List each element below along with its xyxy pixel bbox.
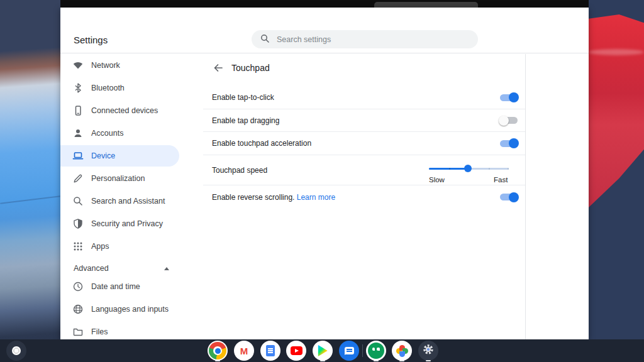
laptop-icon <box>72 150 84 162</box>
slider-tick <box>489 168 490 170</box>
sidebar-item-accounts[interactable]: Accounts <box>60 122 203 145</box>
shelf-app-docs[interactable] <box>260 341 280 361</box>
smartphone-icon <box>72 105 84 116</box>
messages-icon <box>345 347 354 354</box>
sidebar-item-languages-inputs[interactable]: Languages and inputs <box>60 298 203 321</box>
content-divider <box>525 54 526 339</box>
settings-rows: Enable tap-to-click Enable tap dragging … <box>203 86 525 209</box>
slider-knob[interactable] <box>464 165 472 172</box>
row-touchpad-acceleration: Enable touchpad acceleration <box>203 132 525 155</box>
folder-icon <box>72 326 84 337</box>
slider-fill <box>429 168 468 170</box>
bluetooth-icon <box>72 82 84 94</box>
search-icon <box>72 195 84 207</box>
chevron-up-icon <box>164 267 169 270</box>
sidebar-item-label: Connected devices <box>91 106 158 115</box>
sidebar-item-security-privacy[interactable]: Security and Privacy <box>60 212 203 235</box>
row-label: Enable touchpad acceleration <box>212 139 311 148</box>
slider-max-label: Fast <box>494 176 508 184</box>
touchpad-settings-panel: Touchpad Enable tap-to-click Enable tap … <box>203 54 525 339</box>
sidebar-item-label: Network <box>91 61 120 70</box>
sidebar-nav: Network Bluetooth Connected devices Acco… <box>60 54 203 339</box>
launcher-button[interactable] <box>6 341 26 361</box>
shelf-app-hangouts[interactable] <box>366 341 386 361</box>
running-indicator <box>374 360 379 362</box>
photos-icon <box>396 344 408 357</box>
docs-icon <box>266 345 275 356</box>
reverse-scrolling-label: Enable reverse scrolling. <box>212 193 294 202</box>
sidebar-item-label: Personalization <box>91 174 145 183</box>
running-indicator <box>399 360 404 362</box>
row-reverse-scrolling: Enable reverse scrolling. Learn more <box>203 185 525 209</box>
sidebar-item-label: Search and Assistant <box>91 197 165 206</box>
shelf-app-messages[interactable] <box>339 341 359 361</box>
chromeos-desktop: Settings Search settings Network Blu <box>0 0 644 362</box>
reverse-scrolling-toggle[interactable] <box>499 192 519 202</box>
sidebar-item-connected-devices[interactable]: Connected devices <box>60 99 203 122</box>
touchpad-speed-slider[interactable] <box>429 165 508 172</box>
wallpaper-red-sheen <box>589 49 644 55</box>
sidebar-item-network[interactable]: Network <box>60 54 203 77</box>
wallpaper-left <box>0 0 60 362</box>
sidebar-item-label: Languages and inputs <box>91 305 169 314</box>
row-tap-to-click: Enable tap-to-click <box>203 86 525 109</box>
shelf-app-gmail[interactable]: M <box>234 341 254 361</box>
search-input[interactable]: Search settings <box>252 30 478 48</box>
shelf-app-youtube[interactable] <box>286 341 306 361</box>
globe-icon <box>72 304 84 315</box>
person-icon <box>72 128 84 139</box>
clock-icon <box>72 281 84 292</box>
pen-icon <box>72 173 84 184</box>
tap-to-click-toggle[interactable] <box>499 92 519 102</box>
running-indicator <box>320 360 325 362</box>
wifi-icon <box>72 60 84 71</box>
screenshot-top-strip <box>60 0 589 8</box>
tap-dragging-toggle[interactable] <box>499 116 519 126</box>
sidebar-item-device[interactable]: Device <box>60 145 179 167</box>
row-tap-dragging: Enable tap dragging <box>203 109 525 132</box>
sidebar-item-bluetooth[interactable]: Bluetooth <box>60 77 203 99</box>
back-button[interactable] <box>212 62 225 74</box>
running-indicator <box>426 360 431 362</box>
launcher-icon <box>12 346 21 355</box>
apps-grid-icon <box>72 241 84 252</box>
settings-header: Settings Search settings <box>60 8 589 53</box>
row-label: Enable tap dragging <box>212 116 279 125</box>
settings-window: Settings Search settings Network Blu <box>60 8 589 339</box>
sidebar-item-label: Security and Privacy <box>91 219 163 228</box>
slider-min-label: Slow <box>429 176 445 184</box>
sidebar-item-label: Accounts <box>91 129 123 138</box>
row-label: Enable reverse scrolling. Learn more <box>212 193 335 202</box>
touchpad-acceleration-toggle[interactable] <box>499 138 519 148</box>
youtube-icon <box>291 346 303 355</box>
shelf-app-chrome[interactable] <box>208 341 228 361</box>
slider-tick <box>449 168 450 170</box>
slider-tick <box>508 168 509 170</box>
app-title: Settings <box>74 35 108 45</box>
row-touchpad-speed: Touchpad speed Slow Fast <box>203 155 525 185</box>
shelf-app-photos[interactable] <box>392 341 412 361</box>
row-label: Enable tap-to-click <box>212 93 274 102</box>
wallpaper-right <box>589 0 644 362</box>
shelf-app-play-store[interactable] <box>313 341 333 361</box>
learn-more-link[interactable]: Learn more <box>297 193 335 202</box>
toggle-knob <box>509 192 519 202</box>
sidebar-item-date-time[interactable]: Date and time <box>60 275 203 298</box>
sidebar-item-apps[interactable]: Apps <box>60 235 203 258</box>
shelf-separator <box>362 344 363 357</box>
search-placeholder: Search settings <box>277 35 331 44</box>
toggle-knob <box>509 138 519 148</box>
shield-icon <box>72 218 84 229</box>
shelf-app-settings[interactable] <box>418 341 438 361</box>
row-label: Touchpad speed <box>212 166 267 175</box>
sidebar-item-label: Bluetooth <box>91 84 125 92</box>
sidebar-item-label: Device <box>91 151 115 160</box>
page-title: Touchpad <box>231 63 270 73</box>
sidebar-item-label: Apps <box>91 242 109 251</box>
toggle-knob <box>499 116 509 126</box>
settings-gear-icon <box>421 343 435 359</box>
hangouts-icon <box>368 343 384 359</box>
sidebar-item-personalization[interactable]: Personalization <box>60 167 203 190</box>
shelf: M <box>0 339 644 362</box>
sidebar-item-search-assistant[interactable]: Search and Assistant <box>60 190 203 212</box>
